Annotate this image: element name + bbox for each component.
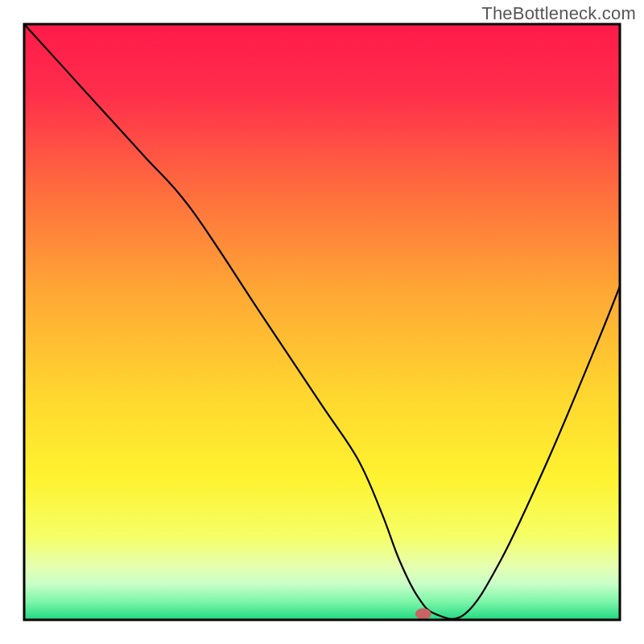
bottleneck-chart — [0, 0, 644, 644]
chart-container: TheBottleneck.com — [0, 0, 644, 644]
gradient-background — [24, 24, 620, 620]
watermark-text: TheBottleneck.com — [481, 3, 636, 24]
optimal-marker — [415, 609, 431, 620]
